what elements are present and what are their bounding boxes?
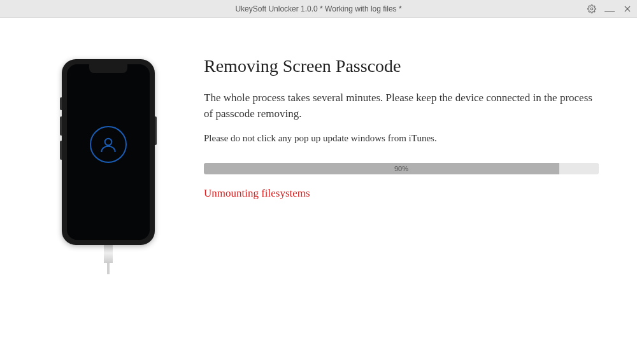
- phone-notch: [89, 64, 127, 73]
- user-avatar-icon: [90, 126, 127, 163]
- svg-point-3: [105, 138, 112, 145]
- svg-point-0: [590, 8, 593, 10]
- phone-volume-down: [60, 141, 62, 160]
- progress-fill: [204, 163, 559, 174]
- progress-bar: 90%: [204, 163, 599, 174]
- page-title: Removing Screen Passcode: [204, 56, 599, 76]
- phone-frame: [62, 59, 155, 245]
- phone-volume-up: [60, 116, 62, 136]
- cable-connector-icon: [104, 244, 113, 263]
- phone-power-button: [155, 116, 157, 145]
- warning-text: Please do not click any pop up update wi…: [204, 133, 599, 144]
- phone-screen: [67, 64, 150, 240]
- close-icon[interactable]: [623, 4, 632, 13]
- description-text: The whole process takes several minutes.…: [204, 90, 599, 122]
- content-area: Removing Screen Passcode The whole proce…: [191, 56, 612, 364]
- titlebar-controls: —: [587, 0, 632, 18]
- titlebar-text: UkeySoft Unlocker 1.0.0 * Working with l…: [235, 4, 401, 13]
- cable-wire-icon: [107, 263, 110, 274]
- minimize-icon[interactable]: —: [605, 6, 614, 15]
- main-content: Removing Screen Passcode The whole proce…: [0, 18, 637, 364]
- progress-percent-label: 90%: [394, 165, 408, 172]
- settings-icon[interactable]: [587, 4, 596, 13]
- status-text: Unmounting filesystems: [204, 187, 599, 200]
- titlebar: UkeySoft Unlocker 1.0.0 * Working with l…: [0, 0, 637, 18]
- phone-mute-switch: [60, 97, 62, 110]
- device-illustration: [25, 56, 191, 364]
